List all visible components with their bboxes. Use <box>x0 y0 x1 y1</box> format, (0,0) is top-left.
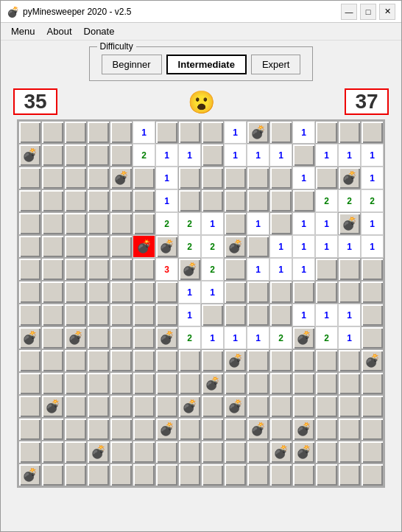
grid-cell[interactable] <box>269 281 292 304</box>
grid-cell[interactable] <box>269 372 292 395</box>
grid-cell[interactable] <box>315 167 338 189</box>
grid-cell[interactable] <box>178 167 201 189</box>
grid-cell[interactable] <box>64 463 87 486</box>
grid-cell[interactable] <box>201 441 224 463</box>
grid-cell[interactable] <box>338 372 361 395</box>
grid-cell[interactable] <box>178 349 201 372</box>
grid-cell[interactable] <box>338 463 361 486</box>
grid-cell[interactable] <box>110 235 133 258</box>
grid-cell[interactable]: 1 <box>178 304 201 326</box>
grid-cell[interactable] <box>87 121 110 144</box>
grid-cell[interactable] <box>224 304 247 326</box>
grid-cell[interactable] <box>41 463 64 486</box>
grid-cell[interactable] <box>87 326 110 349</box>
grid-cell[interactable] <box>315 121 338 144</box>
grid-cell[interactable] <box>110 258 133 281</box>
grid-cell[interactable]: 1 <box>269 235 292 258</box>
grid-cell[interactable] <box>155 349 178 372</box>
grid-cell[interactable] <box>87 304 110 326</box>
grid-cell[interactable]: 💣 <box>361 349 384 372</box>
grid-cell[interactable] <box>247 349 269 372</box>
menu-donate[interactable]: Donate <box>80 24 119 38</box>
grid-cell[interactable]: 1 <box>178 144 201 167</box>
reset-face[interactable]: 😮 <box>188 89 215 115</box>
close-button[interactable]: ✕ <box>379 4 395 20</box>
grid-cell[interactable] <box>110 395 133 418</box>
grid-cell[interactable] <box>155 395 178 418</box>
grid-cell[interactable] <box>18 189 41 212</box>
grid-cell[interactable] <box>41 372 64 395</box>
grid-cell[interactable] <box>315 463 338 486</box>
grid-cell[interactable]: 💣 <box>338 212 361 235</box>
grid-cell[interactable] <box>18 258 41 281</box>
grid-cell[interactable]: 2 <box>201 235 224 258</box>
grid-cell[interactable] <box>41 235 64 258</box>
grid-cell[interactable] <box>315 372 338 395</box>
grid-cell[interactable] <box>315 349 338 372</box>
grid-cell[interactable]: 💣 <box>224 395 247 418</box>
grid-cell[interactable] <box>201 349 224 372</box>
grid-cell[interactable] <box>64 304 87 326</box>
grid-cell[interactable] <box>18 235 41 258</box>
grid-cell[interactable] <box>133 281 155 304</box>
grid-cell[interactable] <box>247 395 269 418</box>
grid-cell[interactable] <box>247 281 269 304</box>
grid-cell[interactable] <box>361 463 384 486</box>
grid-cell[interactable]: 2 <box>361 189 384 212</box>
grid-cell[interactable]: 1 <box>361 167 384 189</box>
grid-cell[interactable] <box>155 281 178 304</box>
grid-cell[interactable] <box>178 372 201 395</box>
grid-cell[interactable]: 2 <box>315 189 338 212</box>
grid-cell[interactable]: 💣 <box>87 441 110 463</box>
grid-cell[interactable] <box>361 372 384 395</box>
grid-cell[interactable] <box>201 304 224 326</box>
grid-cell[interactable] <box>292 349 315 372</box>
grid-cell[interactable] <box>133 189 155 212</box>
grid-cell[interactable] <box>64 121 87 144</box>
grid-cell[interactable] <box>338 418 361 441</box>
grid-cell[interactable] <box>110 304 133 326</box>
grid-cell[interactable] <box>155 372 178 395</box>
grid-cell[interactable] <box>64 372 87 395</box>
grid-cell[interactable]: 💣 <box>292 326 315 349</box>
grid-cell[interactable] <box>41 121 64 144</box>
grid-cell[interactable]: 1 <box>155 144 178 167</box>
grid-cell[interactable]: 2 <box>178 212 201 235</box>
grid-cell[interactable]: 💣 <box>201 372 224 395</box>
grid-cell[interactable] <box>64 349 87 372</box>
grid-cell[interactable]: 1 <box>292 212 315 235</box>
grid-cell[interactable]: 💣 <box>155 326 178 349</box>
grid-cell[interactable]: 1 <box>292 167 315 189</box>
grid-cell[interactable] <box>224 212 247 235</box>
grid-cell[interactable]: 1 <box>361 235 384 258</box>
grid-cell[interactable]: 1 <box>292 235 315 258</box>
grid-cell[interactable] <box>315 281 338 304</box>
grid-cell[interactable] <box>133 372 155 395</box>
grid-cell[interactable] <box>18 121 41 144</box>
grid-cell[interactable] <box>110 418 133 441</box>
grid-cell[interactable] <box>178 418 201 441</box>
grid-cell[interactable] <box>18 418 41 441</box>
grid-cell[interactable] <box>361 121 384 144</box>
grid-cell[interactable]: 2 <box>155 212 178 235</box>
grid-cell[interactable]: 💣 <box>178 395 201 418</box>
grid-cell[interactable] <box>201 167 224 189</box>
grid-cell[interactable]: 💣 <box>292 418 315 441</box>
grid-cell[interactable]: 1 <box>247 212 269 235</box>
grid-cell[interactable] <box>315 395 338 418</box>
grid-cell[interactable]: 1 <box>269 144 292 167</box>
grid-cell[interactable] <box>224 463 247 486</box>
grid-cell[interactable]: 1 <box>292 121 315 144</box>
grid-cell[interactable] <box>292 144 315 167</box>
grid-cell[interactable] <box>64 418 87 441</box>
grid-cell[interactable] <box>338 258 361 281</box>
grid-cell[interactable]: 1 <box>315 304 338 326</box>
grid-cell[interactable] <box>338 349 361 372</box>
expert-button[interactable]: Expert <box>251 55 301 74</box>
grid-cell[interactable] <box>64 441 87 463</box>
grid-cell[interactable] <box>178 441 201 463</box>
grid-cell[interactable] <box>315 441 338 463</box>
grid-cell[interactable]: 1 <box>178 281 201 304</box>
grid-cell[interactable] <box>133 349 155 372</box>
grid-cell[interactable] <box>41 144 64 167</box>
